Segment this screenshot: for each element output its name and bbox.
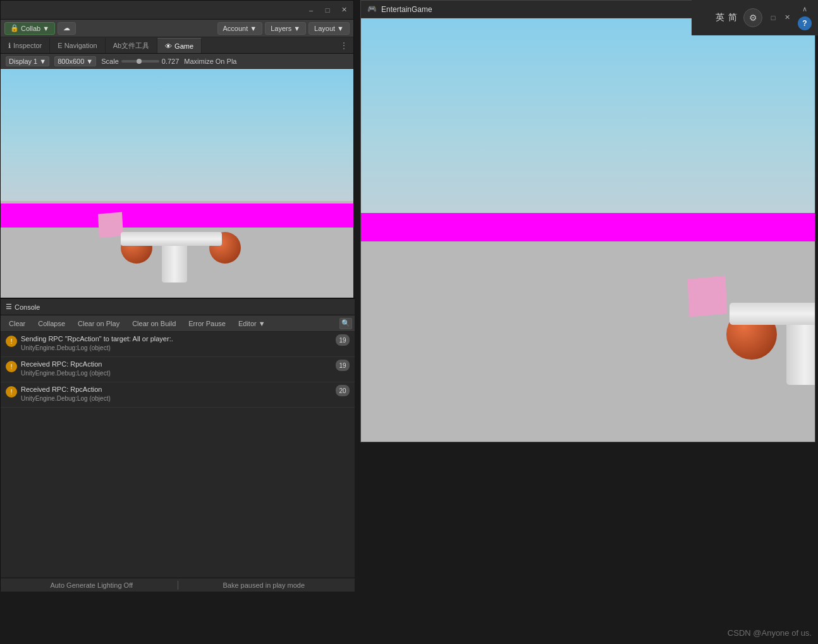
game-canvas [1,69,353,333]
clear-button[interactable]: Clear [3,317,31,330]
log-text-3: Received RPC: RpcAction UnityEngine.Debu… [21,385,336,403]
log-badge-1: 19 [336,334,350,346]
tab-more-button[interactable]: ⋮ [334,38,353,53]
status-left: Auto Generate Lighting Off [1,581,178,589]
console-icon: ☰ [6,303,12,311]
sky-bg [1,69,353,201]
top-right-bar: 英 简 ⚙ □ ✕ ∧ ? [692,0,818,35]
resolution-select[interactable]: 800x600 ▼ [54,56,96,66]
log-text-2: Received RPC: RpcAction UnityEngine.Debu… [21,360,336,378]
tab-game[interactable]: 👁 Game [157,38,202,53]
top-maximize-button[interactable]: □ [769,13,778,22]
close-button[interactable]: ✕ [339,6,348,15]
console-panel: ☰ Console Clear Collapse Clear on Play C… [1,298,355,592]
console-actions: Clear Collapse Clear on Play Clear on Bu… [1,315,355,332]
log-entry[interactable]: ! Received RPC: RpcAction UnityEngine.De… [1,382,355,408]
entertain-game-icon: 🎮 [367,4,377,15]
display-select[interactable]: Display 1 ▼ [6,56,49,66]
unity-editor-window: – □ ✕ 🔒 Collab ▼ ☁ Account ▼ Layers ▼ La… [0,0,354,591]
maximize-button[interactable]: □ [323,6,332,15]
clear-on-build-button[interactable]: Clear on Build [126,317,181,330]
pink-cube-left [98,212,123,238]
error-pause-button[interactable]: Error Pause [183,317,231,330]
warning-icon-1: ! [6,336,17,347]
status-right: Bake paused in play mode [178,581,355,589]
top-close-button[interactable]: ✕ [783,13,791,22]
game-icon: 👁 [165,42,172,50]
lang-char1: 英 [716,12,724,23]
console-status-bar: Auto Generate Lighting Off Bake paused i… [1,578,355,592]
tab-ab-tool[interactable]: Ab文件工具 [106,38,157,53]
language-indicator: 英 简 [716,12,737,23]
entertain-viewport [361,18,815,442]
cylinder-bar-left [121,232,222,246]
csdn-watermark: CSDN @Anyone of us. [728,628,812,638]
cloud-icon: ☁ [63,24,70,32]
console-logs: ! Sending RPC "RpcAction" to target: All… [1,332,355,575]
settings-button[interactable]: ⚙ [743,8,762,27]
magenta-band [1,204,353,228]
minimize-button[interactable]: – [307,6,315,15]
eg-cylinder-bar [729,303,815,325]
editor-button[interactable]: Editor ▼ [233,317,271,330]
log-badge-3: 20 [336,385,350,396]
entertain-game-window: 🎮 EntertainGame — [360,0,815,442]
layout-button[interactable]: Layout ▼ [308,22,350,35]
toolbar: 🔒 Collab ▼ ☁ Account ▼ Layers ▼ Layout ▼ [1,20,353,37]
title-bar-controls: – □ ✕ [307,6,348,15]
display-bar: Display 1 ▼ 800x600 ▼ Scale 0.727 Maximi… [1,54,353,69]
warning-icon-3: ! [6,386,17,398]
game-viewport [1,69,353,333]
inspector-icon: ℹ [8,42,11,50]
tab-inspector[interactable]: ℹ Inspector [1,38,50,53]
scroll-up-button[interactable]: ∧ [800,5,809,14]
scale-slider[interactable] [121,60,159,63]
log-badge-2: 19 [336,360,350,371]
help-button[interactable]: ? [798,16,812,30]
collab-icon: 🔒 [10,24,19,32]
clear-on-play-button[interactable]: Clear on Play [72,317,125,330]
scale-container: Scale 0.727 [101,58,179,65]
log-entry[interactable]: ! Sending RPC "RpcAction" to target: All… [1,332,355,357]
tab-navigation[interactable]: E Navigation [50,38,105,53]
display-chevron-icon: ▼ [39,58,46,65]
console-search-button[interactable]: 🔍 [339,318,352,329]
layers-button[interactable]: Layers ▼ [265,22,306,35]
eg-sky [361,18,815,222]
warning-icon-2: ! [6,361,17,372]
console-header: ☰ Console [1,299,355,315]
cloud-button[interactable]: ☁ [58,22,76,35]
tabs-row: ℹ Inspector E Navigation Ab文件工具 👁 Game ⋮ [1,37,353,54]
eg-magenta-band [361,213,815,241]
title-bar: – □ ✕ [1,1,353,20]
log-text-1: Sending RPC "RpcAction" to target: All o… [21,334,336,353]
collapse-button[interactable]: Collapse [32,317,71,330]
account-button[interactable]: Account ▼ [217,22,263,35]
lang-char2: 简 [728,12,737,23]
eg-pink-cube [687,276,727,317]
console-title: ☰ Console [6,303,40,311]
window-controls-top: □ ✕ [769,13,791,22]
collab-button[interactable]: 🔒 Collab ▼ [4,22,55,35]
log-entry[interactable]: ! Received RPC: RpcAction UnityEngine.De… [1,357,355,382]
res-chevron-icon: ▼ [86,58,93,65]
